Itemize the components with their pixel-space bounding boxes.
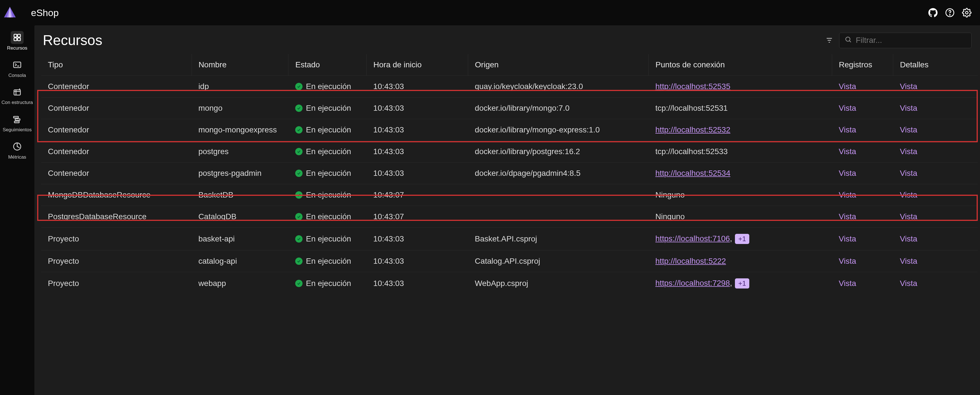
table-row[interactable]: ContenedormongoEn ejecución10:43:03docke… (41, 97, 978, 119)
table-row[interactable]: Proyectobasket-apiEn ejecución10:43:03Ba… (41, 228, 978, 250)
help-icon[interactable] (945, 8, 955, 18)
logs-view-link[interactable]: Vista (839, 212, 856, 221)
details-view-link[interactable]: Vista (900, 169, 918, 177)
svg-rect-14 (14, 121, 19, 123)
table-row[interactable]: ProyectowebappEn ejecución10:43:03WebApp… (41, 272, 978, 295)
status-running-icon (295, 170, 302, 177)
col-hora[interactable]: Hora de inicio (366, 54, 468, 76)
cell-registros: Vista (832, 141, 893, 162)
logs-view-link[interactable]: Vista (839, 104, 856, 112)
cell-nombre: mongo-mongoexpress (192, 119, 288, 141)
details-view-link[interactable]: Vista (900, 256, 918, 265)
logs-view-link[interactable]: Vista (839, 234, 856, 243)
cell-detalles: Vista (893, 272, 978, 295)
details-view-link[interactable]: Vista (900, 212, 918, 221)
endpoint-link[interactable]: https://localhost:7298 (655, 279, 730, 287)
status-text: En ejecución (306, 104, 351, 113)
cell-detalles: Vista (893, 141, 978, 162)
details-view-link[interactable]: Vista (900, 190, 918, 199)
cell-registros: Vista (832, 119, 893, 141)
gear-icon[interactable] (962, 8, 972, 18)
cell-registros: Vista (832, 97, 893, 119)
endpoint-link[interactable]: http://localhost:52535 (655, 82, 730, 91)
status-text: En ejecución (306, 212, 351, 221)
table-row[interactable]: ContenedorpostgresEn ejecución10:43:03do… (41, 141, 978, 162)
status-running-icon (295, 83, 302, 90)
search-box[interactable] (839, 33, 972, 48)
cell-origen: Catalog.API.csproj (468, 250, 649, 272)
cell-hora: 10:43:03 (366, 228, 468, 250)
details-view-link[interactable]: Vista (900, 125, 918, 134)
endpoint-text: tcp://localhost:52531 (655, 104, 728, 112)
cell-origen: Basket.API.csproj (468, 228, 649, 250)
logs-view-link[interactable]: Vista (839, 125, 856, 134)
search-input[interactable] (856, 36, 966, 45)
main-content: Recursos (34, 25, 980, 395)
traces-icon (11, 113, 24, 126)
sidebar-item-recursos[interactable]: Recursos (7, 31, 27, 51)
more-endpoints-badge[interactable]: +1 (735, 234, 749, 244)
col-registros[interactable]: Registros (832, 54, 893, 76)
cell-puntos: https://localhost:7106,+1 (649, 228, 832, 250)
more-endpoints-badge[interactable]: +1 (735, 278, 749, 288)
table-row[interactable]: Proyectocatalog-apiEn ejecución10:43:03C… (41, 250, 978, 272)
logs-view-link[interactable]: Vista (839, 256, 856, 265)
filter-icon[interactable] (824, 35, 834, 45)
cell-estado: En ejecución (288, 228, 366, 250)
cell-nombre: catalog-api (192, 250, 288, 272)
comma: , (730, 234, 732, 243)
sidebar-item-consola[interactable]: Consola (8, 58, 26, 78)
col-nombre[interactable]: Nombre (192, 54, 288, 76)
cell-detalles: Vista (893, 250, 978, 272)
cell-tipo: Proyecto (41, 250, 192, 272)
endpoint-link[interactable]: http://localhost:52534 (655, 169, 730, 177)
topbar: eShop (0, 0, 980, 25)
table-row[interactable]: Contenedorpostgres-pgadminEn ejecución10… (41, 162, 978, 184)
table-row[interactable]: MongoDBDatabaseResourceBasketDBEn ejecuc… (41, 184, 978, 206)
status-text: En ejecución (306, 82, 351, 91)
table-row[interactable]: Contenedormongo-mongoexpressEn ejecución… (41, 119, 978, 141)
endpoint-link[interactable]: http://localhost:52532 (655, 125, 730, 134)
col-tipo[interactable]: Tipo (41, 54, 192, 76)
status-text: En ejecución (306, 147, 351, 156)
logs-view-link[interactable]: Vista (839, 190, 856, 199)
github-icon[interactable] (928, 8, 938, 18)
cell-nombre: BasketDB (192, 184, 288, 206)
cell-estado: En ejecución (288, 206, 366, 228)
logs-view-link[interactable]: Vista (839, 82, 856, 91)
sidebar-item-metricas[interactable]: Métricas (8, 140, 26, 160)
cell-detalles: Vista (893, 162, 978, 184)
logs-view-link[interactable]: Vista (839, 169, 856, 177)
details-view-link[interactable]: Vista (900, 279, 918, 288)
cell-estado: En ejecución (288, 272, 366, 295)
cell-tipo: Proyecto (41, 272, 192, 295)
details-view-link[interactable]: Vista (900, 82, 918, 91)
details-view-link[interactable]: Vista (900, 104, 918, 112)
cell-registros: Vista (832, 184, 893, 206)
cell-nombre: webapp (192, 272, 288, 295)
console-icon (11, 58, 24, 71)
logs-view-link[interactable]: Vista (839, 147, 856, 156)
table-row[interactable]: PostgresDatabaseResourceCatalogDBEn ejec… (41, 206, 978, 228)
svg-line-20 (850, 41, 851, 42)
cell-puntos: http://localhost:52534 (649, 162, 832, 184)
endpoint-link[interactable]: https://localhost:7106 (655, 234, 730, 243)
cell-puntos: Ninguno (649, 184, 832, 206)
col-puntos[interactable]: Puntos de conexión (649, 54, 832, 76)
sidebar-item-seguimientos[interactable]: Seguimientos (3, 113, 32, 133)
logs-view-link[interactable]: Vista (839, 279, 856, 288)
details-view-link[interactable]: Vista (900, 234, 918, 243)
cell-estado: En ejecución (288, 184, 366, 206)
col-origen[interactable]: Origen (468, 54, 649, 76)
resources-icon (11, 31, 24, 44)
sidebar-item-estructura[interactable]: Con estructura (2, 85, 33, 105)
endpoint-link[interactable]: http://localhost:5222 (655, 256, 726, 265)
col-estado[interactable]: Estado (288, 54, 366, 76)
status-text: En ejecución (306, 169, 351, 178)
cell-registros: Vista (832, 162, 893, 184)
table-row[interactable]: ContenedoridpEn ejecución10:43:03quay.io… (41, 76, 978, 97)
cell-estado: En ejecución (288, 97, 366, 119)
col-detalles[interactable]: Detalles (893, 54, 978, 76)
svg-rect-7 (18, 34, 20, 37)
details-view-link[interactable]: Vista (900, 147, 918, 156)
